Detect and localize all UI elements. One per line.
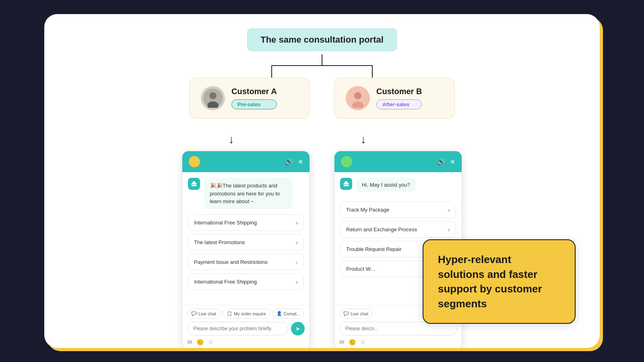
menu-item-a-1-label: The latest Promotions	[194, 239, 245, 245]
menu-item-a-2-label: Payment Issue and Restrictions	[194, 259, 268, 265]
svg-point-20	[345, 184, 346, 185]
mail-icon-b[interactable]: ✉	[339, 339, 345, 346]
hi-bubble-b: Hi, May I assist you?	[356, 178, 416, 192]
customer-a-card: Customer A Pre-sales	[189, 78, 310, 119]
bot-icon-b	[340, 178, 352, 190]
menu-item-b-1-label: Return and Exchange Process	[346, 226, 417, 232]
svg-point-21	[347, 184, 348, 185]
customer-b-card: Customer B After-sales	[334, 78, 455, 119]
tab-complaint-a[interactable]: 👤 Compl...	[272, 309, 304, 319]
chat-bottom-icons-b: ✉ 🙂 ☆	[339, 339, 457, 346]
customer-a-info: Customer A Pre-sales	[231, 87, 277, 109]
chevron-b-1: ›	[448, 226, 450, 233]
menu-item-a-3[interactable]: International Free Shipping ›	[188, 274, 304, 290]
customer-b-avatar	[346, 86, 370, 110]
tooltip-box: Hyper-relevant solutions and faster supp…	[423, 239, 576, 324]
close-icon-b[interactable]: ✕	[450, 158, 455, 166]
customer-b-info: Customer B After-sales	[376, 87, 422, 109]
chat-input-row-a: ➤	[187, 322, 305, 335]
chat-footer-tabs-a: 💬 Live chat 📋 My order inquire 👤 Compl..…	[187, 309, 305, 319]
svg-point-16	[192, 184, 194, 185]
chevron-a-0: ›	[296, 219, 298, 226]
arrow-down-right: ↓	[361, 133, 366, 146]
chevron-a-3: ›	[296, 278, 298, 285]
chevron-b-0: ›	[448, 206, 450, 213]
chevron-a-1: ›	[296, 239, 298, 246]
tab-live-chat-b[interactable]: 💬 Live chat	[339, 309, 372, 319]
chat-input-a[interactable]	[187, 322, 288, 335]
customer-b-name: Customer B	[376, 87, 422, 96]
tab-complaint-a-label: Compl...	[284, 311, 300, 316]
arrow-down-left: ↓	[229, 133, 234, 146]
chat-input-b[interactable]	[339, 322, 457, 335]
chat-dot-b	[341, 156, 352, 167]
svg-point-12	[354, 92, 361, 99]
menu-item-a-3-label: International Free Shipping	[194, 279, 257, 285]
bot-icon-a	[188, 178, 200, 190]
menu-item-b-3-label: Product W...	[346, 266, 375, 272]
portal-box: The same consultation portal	[247, 29, 397, 51]
menu-item-b-1[interactable]: Return and Exchange Process ›	[340, 221, 456, 238]
chat-header-b-icons: 🔊 ✕	[437, 158, 455, 166]
menu-item-a-2[interactable]: Payment Issue and Restrictions ›	[188, 254, 304, 270]
complaint-icon-a: 👤	[277, 311, 282, 316]
tab-order-a[interactable]: 📋 My order inquire	[223, 309, 270, 319]
svg-rect-18	[344, 183, 349, 186]
svg-point-7	[209, 92, 217, 99]
chat-footer-a: 💬 Live chat 📋 My order inquire 👤 Compl..…	[182, 305, 310, 348]
emoji-icon-a[interactable]: 🙂	[196, 339, 204, 346]
bot-message-b: Hi, May I assist you?	[340, 178, 456, 197]
svg-rect-15	[193, 181, 195, 183]
customer-b-badge: After-sales	[376, 99, 422, 109]
svg-point-17	[194, 184, 196, 185]
bot-bubble-a: 🎉🎉The latest products and promotions are…	[204, 178, 293, 210]
tab-order-a-label: My order inquire	[234, 311, 266, 316]
chevron-a-2: ›	[296, 259, 298, 265]
order-icon-a: 📋	[227, 311, 232, 316]
menu-item-a-0[interactable]: International Free Shipping ›	[188, 214, 304, 231]
chat-input-row-b	[339, 322, 457, 335]
main-card: The same consultation portal	[44, 14, 600, 348]
chat-header-a-left	[189, 156, 200, 167]
customer-a-name: Customer A	[231, 87, 277, 96]
sound-icon-a[interactable]: 🔊	[285, 158, 293, 166]
chat-body-a: 🎉🎉The latest products and promotions are…	[182, 172, 310, 305]
chat-header-a-icons: 🔊 ✕	[285, 158, 303, 166]
chat-header-a: 🔊 ✕	[182, 151, 310, 172]
chat-window-a: 🔊 ✕ 🎉🎉The latest products and promoti	[182, 151, 310, 348]
customers-row: Customer A Pre-sales Customer B After-sa…	[181, 78, 463, 119]
emoji-icon-b[interactable]: 🙂	[349, 339, 356, 346]
bot-message-a: 🎉🎉The latest products and promotions are…	[188, 178, 304, 210]
chat-bottom-icons-a: ✉ 🙂 ☆	[187, 339, 305, 346]
menu-item-b-2-label: Trouble Request Repair	[346, 246, 402, 252]
star-icon-b[interactable]: ☆	[360, 339, 365, 346]
menu-item-b-0[interactable]: Track My Package ›	[340, 202, 456, 218]
menu-item-b-0-label: Track My Package	[346, 207, 389, 213]
menu-item-a-0-label: International Free Shipping	[194, 220, 257, 226]
menu-item-a-1[interactable]: The latest Promotions ›	[188, 234, 304, 251]
chat-dot-a	[189, 156, 200, 167]
tooltip-text: Hyper-relevant solutions and faster supp…	[438, 252, 560, 311]
tab-live-chat-a[interactable]: 💬 Live chat	[187, 309, 220, 319]
customer-a-avatar	[201, 86, 225, 110]
chat-icon-b: 💬	[343, 311, 349, 316]
svg-rect-14	[192, 183, 196, 186]
svg-rect-19	[345, 181, 347, 183]
tab-live-chat-a-label: Live chat	[198, 311, 216, 316]
close-icon-a[interactable]: ✕	[298, 158, 303, 166]
star-icon-a[interactable]: ☆	[208, 339, 213, 346]
send-btn-a[interactable]: ➤	[291, 322, 305, 335]
chat-header-b: 🔊 ✕	[334, 151, 462, 172]
tab-live-chat-b-label: Live chat	[351, 311, 368, 316]
sound-icon-b[interactable]: 🔊	[437, 158, 445, 166]
customer-a-badge: Pre-sales	[231, 99, 277, 109]
mail-icon-a[interactable]: ✉	[187, 339, 192, 346]
chat-icon-a: 💬	[191, 311, 197, 316]
portal-title: The same consultation portal	[260, 35, 384, 45]
chat-header-b-left	[341, 156, 352, 167]
